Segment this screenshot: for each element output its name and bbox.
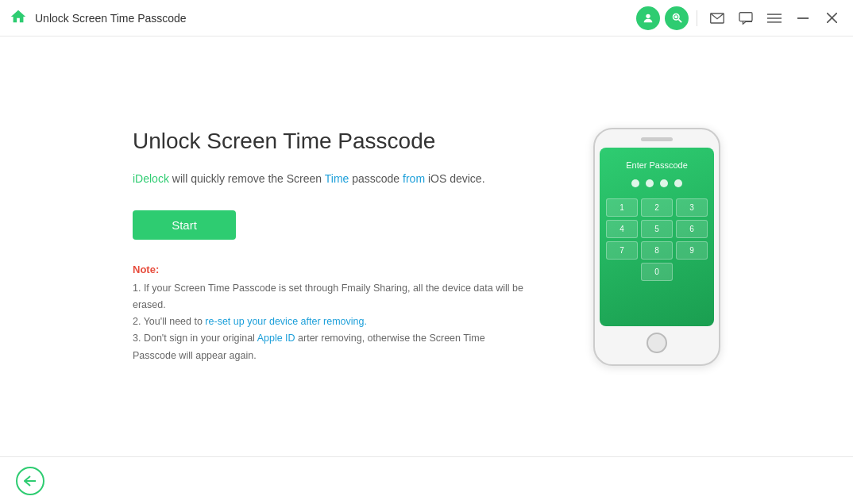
desc-time-link: Time: [325, 172, 349, 185]
dot-2: [646, 179, 654, 187]
dot-3: [660, 179, 668, 187]
note-section: Note: 1. If your Screen Time Passcode is…: [133, 264, 530, 364]
divider: [697, 10, 697, 26]
main-content: Unlock Screen Time Passcode iDelock will…: [0, 37, 853, 456]
svg-point-0: [646, 13, 650, 17]
mail-button[interactable]: [705, 6, 729, 30]
svg-line-2: [678, 19, 681, 22]
minimize-button[interactable]: [791, 6, 815, 30]
svg-point-3: [675, 16, 677, 18]
desc-from-link: from: [403, 172, 425, 185]
desc-will-quickly: will quickly: [169, 172, 225, 185]
key-7[interactable]: 7: [606, 241, 638, 260]
footer: [0, 456, 853, 504]
title-bar-right: [636, 6, 843, 30]
desc-passcode: passcode: [349, 172, 403, 185]
page-heading: Unlock Screen Time Passcode: [133, 129, 530, 154]
user-avatar[interactable]: [636, 6, 660, 30]
back-button[interactable]: [16, 467, 44, 495]
passcode-dots: [631, 179, 682, 187]
note-label: Note:: [133, 264, 530, 275]
message-button[interactable]: [734, 6, 758, 30]
key-5[interactable]: 5: [641, 220, 673, 238]
svg-rect-5: [739, 12, 752, 21]
phone-screen: Enter Passcode 1 2 3 4 5 6 7 8 9: [600, 148, 714, 326]
description: iDelock will quickly remove the Screen T…: [133, 170, 530, 187]
left-panel: Unlock Screen Time Passcode iDelock will…: [133, 129, 530, 364]
note-item-3: 3. Don't sign in your original Apple ID …: [133, 330, 530, 364]
passcode-label: Enter Passcode: [626, 160, 688, 170]
title-bar-left: Unlock Screen Time Passcode: [10, 8, 636, 29]
key-1[interactable]: 1: [606, 198, 638, 217]
phone-keypad: 1 2 3 4 5 6 7 8 9 0: [606, 198, 708, 281]
note-appleid-link: Apple ID: [257, 333, 295, 344]
phone-home-button[interactable]: [647, 333, 667, 353]
key-9[interactable]: 9: [676, 241, 708, 260]
key-8[interactable]: 8: [641, 241, 673, 260]
key-6[interactable]: 6: [676, 220, 708, 238]
dot-4: [674, 179, 682, 187]
title-bar: Unlock Screen Time Passcode: [0, 0, 853, 37]
key-0[interactable]: 0: [641, 263, 673, 281]
desc-suffix: iOS device.: [425, 172, 484, 185]
note-item-2: 2. You'll need to re-set up your device …: [133, 314, 530, 330]
phone-mockup: Enter Passcode 1 2 3 4 5 6 7 8 9: [593, 128, 720, 366]
note-item-3-prefix: 3. Don't sign in your original: [133, 333, 257, 344]
note-item-2-prefix: 2. You'll need to: [133, 316, 205, 327]
desc-middle: remove the Screen: [225, 172, 325, 185]
key-4[interactable]: 4: [606, 220, 638, 238]
key-3[interactable]: 3: [676, 198, 708, 217]
app-title: Unlock Screen Time Passcode: [35, 12, 187, 25]
start-button[interactable]: Start: [133, 210, 236, 240]
dot-1: [631, 179, 639, 187]
close-button[interactable]: [820, 6, 843, 30]
brand-text: iDelock: [133, 172, 169, 185]
note-item-1: 1. If your Screen Time Passcode is set t…: [133, 280, 530, 314]
menu-button[interactable]: [762, 6, 786, 30]
phone-speaker: [641, 137, 673, 141]
right-panel: Enter Passcode 1 2 3 4 5 6 7 8 9: [593, 128, 720, 366]
home-icon[interactable]: [10, 8, 27, 29]
search-icon[interactable]: [665, 6, 689, 30]
key-2[interactable]: 2: [641, 198, 673, 217]
note-reset-link: re-set up your device after removing.: [205, 316, 367, 327]
